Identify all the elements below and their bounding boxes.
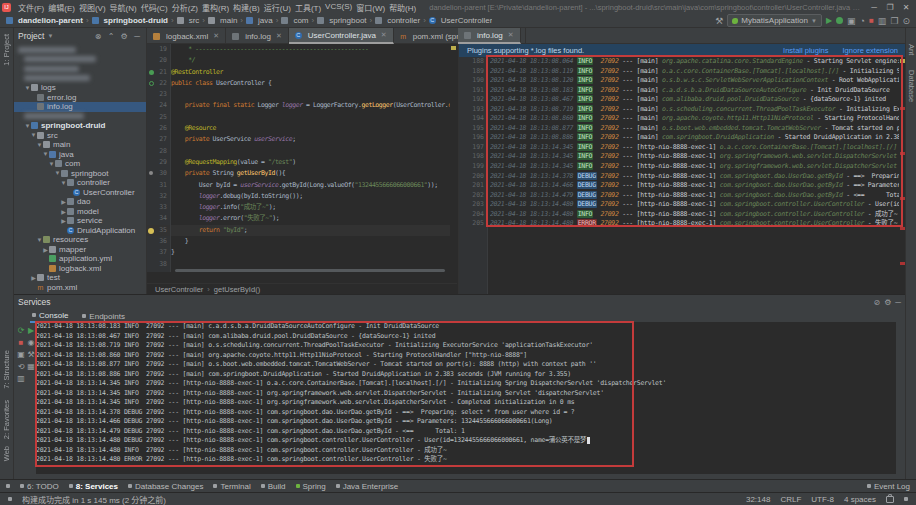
- run-config-select[interactable]: MybatisApplication ▼: [727, 14, 822, 27]
- close-icon[interactable]: ✕: [508, 31, 514, 39]
- tool-window-button-Spring[interactable]: Spring: [296, 482, 326, 491]
- screenshot-icon[interactable]: ▣: [17, 350, 25, 360]
- chevron-down-icon[interactable]: ▼: [47, 33, 53, 39]
- status-caret-position[interactable]: 32:148: [746, 495, 770, 504]
- nav-crumb-src[interactable]: src: [177, 16, 200, 25]
- horizontal-scrollbar[interactable]: [175, 269, 445, 272]
- status-indent[interactable]: 4 spaces: [844, 495, 876, 504]
- dump-threads-icon[interactable]: ◉: [28, 338, 35, 348]
- debug-button[interactable]: [836, 17, 843, 24]
- tool-window-button-8-Services[interactable]: 8: Services: [69, 482, 118, 491]
- clear-icon[interactable]: ▥: [17, 374, 25, 384]
- tool-window-button-Terminal[interactable]: Terminal: [213, 482, 250, 491]
- tree-item-springboot-druid[interactable]: ▼springboot-druid: [14, 121, 146, 131]
- tree-item-error.log[interactable]: error.log: [14, 93, 146, 103]
- restore-layout-icon[interactable]: ❐: [890, 16, 898, 26]
- tree-item-java[interactable]: ▼java: [14, 150, 146, 160]
- menu-item[interactable]: 工具(T): [293, 2, 323, 13]
- menu-item[interactable]: 运行(U): [262, 2, 293, 13]
- updates-icon[interactable]: ▥: [878, 16, 887, 26]
- install-plugins-link[interactable]: Install plugins: [783, 46, 828, 55]
- console-output[interactable]: 2021-04-18 18:13:08.183 INFO 27092 --- […: [36, 322, 896, 474]
- menu-item[interactable]: 重构(R): [200, 2, 231, 13]
- tree-item-redacted[interactable]: [14, 112, 146, 122]
- tree-item-mapper[interactable]: ▶mapper: [14, 245, 146, 255]
- tree-item-service[interactable]: ▶service: [14, 216, 146, 226]
- tree-item-application.yml[interactable]: application.yml: [14, 254, 146, 264]
- tree-item-dao[interactable]: ▶dao: [14, 197, 146, 207]
- intention-bulb-icon[interactable]: [148, 228, 154, 234]
- nav-crumb-controller[interactable]: controller: [375, 16, 420, 25]
- collapse-all-icon[interactable]: ⌃: [106, 32, 116, 41]
- services-tab-console[interactable]: Console: [30, 309, 70, 323]
- menu-item[interactable]: 分析(Z): [170, 2, 200, 13]
- gear-icon[interactable]: ⚙: [884, 298, 891, 307]
- menu-item[interactable]: 代码(C): [139, 2, 170, 13]
- tree-item-test[interactable]: ▶test: [14, 273, 146, 283]
- tree-item-redacted[interactable]: [14, 74, 146, 84]
- breadcrumb-class[interactable]: UserController: [155, 285, 203, 294]
- tree-item-info.log[interactable]: info.log: [14, 102, 146, 112]
- lock-icon[interactable]: [886, 496, 894, 503]
- build-hammer-icon[interactable]: ⚒: [715, 16, 723, 26]
- tool-tab-ant[interactable]: Ant: [907, 44, 916, 55]
- tool-tab-project[interactable]: 1: Project: [2, 34, 11, 66]
- tool-window-button-6-TODO[interactable]: 6: TODO: [20, 482, 59, 491]
- nav-crumb-com[interactable]: com: [281, 16, 308, 25]
- reader-mode-icon[interactable]: [904, 497, 908, 501]
- search-everywhere-icon[interactable]: ⊙: [902, 16, 910, 26]
- hide-panel-icon[interactable]: ─: [132, 32, 142, 41]
- menu-item[interactable]: 视图(V): [77, 2, 108, 13]
- tree-item-src[interactable]: ▼src: [14, 131, 146, 141]
- status-encoding[interactable]: UTF-8: [811, 495, 834, 504]
- menu-item[interactable]: 窗口(W): [354, 2, 387, 13]
- tree-item-model[interactable]: ▶model: [14, 207, 146, 217]
- tree-item-logback.xml[interactable]: logback.xml: [14, 264, 146, 274]
- log-content[interactable]: 2021-04-18 18:13:08.064 INFO 27092 --- […: [490, 57, 899, 294]
- profiler-button[interactable]: ◔: [860, 16, 865, 26]
- tree-item-com[interactable]: ▼com: [14, 159, 146, 169]
- minimize-button[interactable]: ─: [866, 3, 882, 12]
- nav-crumb-springboot[interactable]: springboot: [317, 16, 366, 25]
- log-editor-pane[interactable]: Plugins supporting *.log files found. In…: [458, 44, 905, 294]
- locate-file-icon[interactable]: ⊗: [93, 32, 103, 41]
- event-log-button[interactable]: Event Log: [867, 482, 910, 491]
- coverage-button[interactable]: ▣: [847, 16, 856, 26]
- hide-panel-icon[interactable]: ─: [895, 298, 901, 307]
- settings-icon[interactable]: ⚒: [27, 350, 34, 360]
- menu-item[interactable]: 文件(F): [16, 2, 46, 13]
- stop-icon[interactable]: ■: [19, 338, 24, 348]
- menu-item[interactable]: 导航(N): [108, 2, 139, 13]
- status-message[interactable]: 构建成功完成 in 1 s 145 ms (2 分钟之前): [22, 494, 736, 505]
- editor-tab-logback.xml[interactable]: logback.xml✕: [147, 28, 226, 44]
- nav-crumb-java[interactable]: java: [246, 16, 273, 25]
- editor-tab-UserController.java[interactable]: CUserController.java✕: [289, 28, 394, 44]
- menu-item[interactable]: 编辑(E): [46, 2, 77, 13]
- nav-crumb-springboot-druid[interactable]: springboot-druid: [92, 16, 168, 25]
- tree-item-logs[interactable]: ▼logs: [14, 83, 146, 93]
- gear-icon[interactable]: ⚙: [119, 32, 129, 41]
- tool-window-button-Database-Changes[interactable]: Database Changes: [128, 482, 204, 491]
- menu-item[interactable]: 帮助(H): [387, 2, 418, 13]
- editor-tab-info.log[interactable]: info.log✕: [226, 28, 289, 44]
- tree-item-springboot[interactable]: ▼springboot: [14, 169, 146, 179]
- nav-crumb-dandelion-parent[interactable]: dandelion-parent: [6, 16, 83, 25]
- stop-button[interactable]: ■: [869, 16, 874, 25]
- editor-tab-info.log[interactable]: info.log✕: [458, 28, 521, 44]
- tool-tab-web[interactable]: Web: [2, 446, 11, 461]
- nav-crumb-UserController[interactable]: CUserController: [429, 16, 493, 25]
- tree-item-UserController[interactable]: CUserController: [14, 188, 146, 198]
- tree-item-main[interactable]: ▼main: [14, 140, 146, 150]
- tree-item-DruidApplication[interactable]: CDruidApplication: [14, 226, 146, 236]
- run-button[interactable]: ▶: [826, 16, 832, 25]
- close-button[interactable]: ✕: [898, 3, 914, 12]
- nav-crumb-main[interactable]: main: [208, 16, 237, 25]
- tree-item-redacted[interactable]: [14, 45, 146, 55]
- window-switcher-icon[interactable]: [6, 484, 10, 488]
- tool-window-button-Build[interactable]: Build: [261, 482, 286, 491]
- status-line-ending[interactable]: CRLF: [780, 495, 801, 504]
- tree-item-controller[interactable]: ▼controller: [14, 178, 146, 188]
- menu-item[interactable]: VCS(S): [323, 2, 354, 13]
- tree-item-redacted[interactable]: [14, 55, 146, 65]
- grid-icon[interactable]: ▦: [27, 362, 35, 372]
